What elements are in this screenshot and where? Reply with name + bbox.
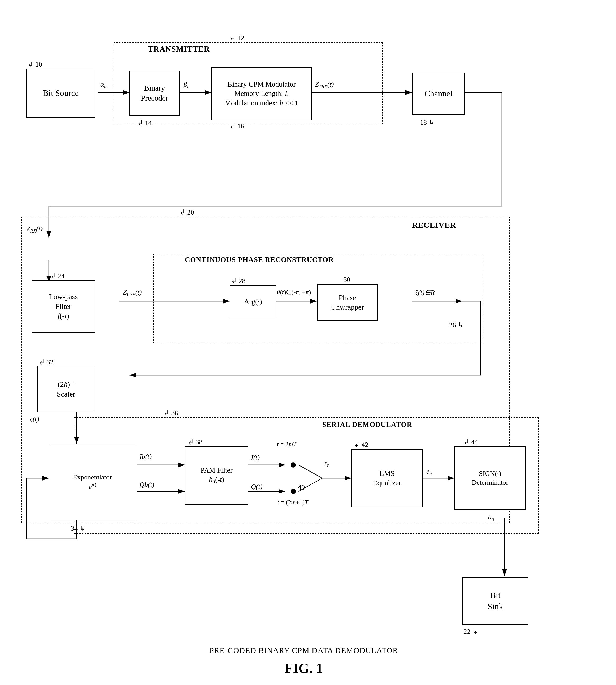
zeta-label: ζ(t)∈R — [415, 288, 435, 297]
arg-label: Arg(·) — [244, 297, 262, 306]
bit-source-label: Bit Source — [43, 88, 79, 99]
binary-precoder-label: BinaryPrecoder — [141, 83, 168, 103]
ref-26: 26 ↳ — [449, 321, 464, 329]
cpm-modulator-label: Binary CPM ModulatorMemory Length: LModu… — [225, 80, 298, 108]
ref-20: ↲ 20 — [180, 208, 194, 216]
diagram-container: TRANSMITTER ↲ 12 Bit Source ↲ 10 BinaryP… — [0, 0, 616, 685]
bit-sink-block: BitSink — [462, 577, 528, 625]
lpf-label: Low-passFilterf(-t) — [49, 292, 78, 321]
theta-label: θ(t)∈(-π, +π) — [277, 288, 311, 296]
cpm-modulator-block: Binary CPM ModulatorMemory Length: LModu… — [211, 67, 312, 120]
ref-10: ↲ 10 — [28, 60, 42, 68]
ref-16: ↲ 16 — [230, 122, 244, 130]
ref-18: 18 ↳ — [420, 118, 435, 127]
channel-label: Channel — [424, 88, 453, 99]
ref-34: 34 ↳ — [71, 524, 85, 533]
exponentiator-label: Exponentiatorej() — [73, 473, 112, 491]
serial-demod-label: SERIAL DEMODULATOR — [322, 421, 412, 429]
q-t-label: Q(t) — [251, 483, 262, 491]
pam-filter-block: PAM Filterh0(-t) — [185, 446, 248, 505]
lms-equalizer-label: LMSEqualizer — [373, 469, 401, 488]
xi-label: ξ(t) — [29, 415, 39, 423]
en-label: en — [426, 468, 432, 477]
arg-block: Arg(·) — [230, 285, 276, 318]
lms-equalizer-block: LMSEqualizer — [351, 449, 423, 507]
i-t-label: I(t) — [251, 454, 260, 462]
pam-filter-label: PAM Filterh0(-t) — [200, 466, 233, 485]
sign-determinator-block: SIGN(·)Determinator — [454, 446, 526, 510]
ref-14: ↲ 14 — [137, 119, 152, 127]
ref-42: ↲ 42 — [354, 441, 369, 449]
phase-unwrapper-block: PhaseUnwrapper — [317, 284, 378, 321]
z-rx-label: ZRX(t) — [26, 225, 43, 234]
transmitter-label: TRANSMITTER — [148, 44, 210, 53]
ib-label: Ib(t) — [139, 453, 152, 461]
ref-28: ↲ 28 — [231, 277, 246, 285]
ref-12: ↲ 12 — [230, 34, 244, 42]
qb-label: Qb(t) — [139, 481, 154, 489]
ref-38: ↲ 38 — [188, 438, 203, 446]
bit-source-block: Bit Source — [26, 69, 95, 117]
ref-22: 22 ↳ — [464, 627, 478, 636]
exponentiator-block: Exponentiatorej() — [49, 444, 136, 521]
receiver-label: RECEIVER — [412, 221, 456, 229]
ref-36: ↲ 36 — [164, 409, 178, 417]
beta-n-label: βn — [183, 81, 190, 90]
scaler-block: (2h)-1Scaler — [37, 366, 95, 412]
t-2mt-label: t = 2mT — [277, 441, 296, 448]
ref-30: 30 — [344, 276, 350, 284]
lpf-block: Low-passFilterf(-t) — [32, 280, 95, 333]
alpha-n-label: αn — [101, 81, 107, 90]
z-lpf-label: ZLPF(t) — [123, 288, 141, 297]
z-trx-label: ZTRX(t) — [315, 81, 334, 90]
ref-40: 40 — [298, 483, 305, 491]
bit-sink-label: BitSink — [488, 590, 503, 612]
ref-24: ↲ 24 — [50, 272, 65, 280]
alpha-hat-label: ân — [488, 513, 494, 522]
sign-determinator-label: SIGN(·)Determinator — [472, 469, 508, 487]
ref-44: ↲ 44 — [464, 438, 478, 446]
ref-32: ↲ 32 — [39, 358, 53, 366]
binary-precoder-block: BinaryPrecoder — [129, 71, 180, 116]
t-2m1t-label: t = (2m+1)T — [277, 499, 308, 506]
scaler-label: (2h)-1Scaler — [57, 379, 75, 399]
rn-label: rn — [324, 459, 329, 468]
fig-label: FIG. 1 — [224, 660, 383, 676]
phase-unwrapper-label: PhaseUnwrapper — [331, 293, 364, 312]
diagram-title: PRE-CODED BINARY CPM DATA DEMODULATOR — [106, 646, 502, 655]
channel-block: Channel — [412, 73, 465, 115]
cpr-label: CONTINUOUS PHASE RECONSTRUCTOR — [185, 256, 334, 264]
